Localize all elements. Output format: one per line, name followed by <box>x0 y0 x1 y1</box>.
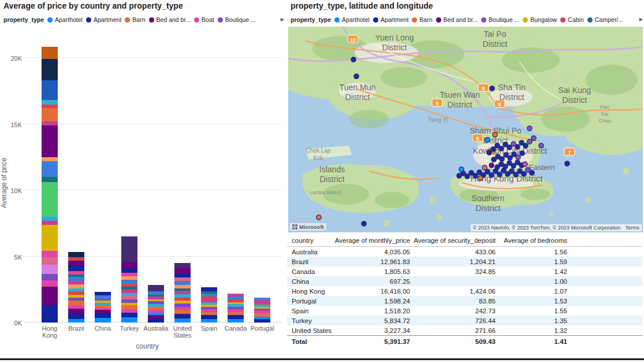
bar-segment[interactable] <box>42 221 58 225</box>
bar-segment[interactable] <box>42 225 58 251</box>
bar-segment[interactable] <box>42 80 58 100</box>
bar-segment[interactable] <box>42 182 58 217</box>
map-point[interactable] <box>503 164 508 169</box>
map-point[interactable] <box>507 145 512 150</box>
map-point[interactable] <box>511 164 516 168</box>
map-point[interactable] <box>465 174 470 179</box>
map-point[interactable] <box>500 157 504 161</box>
legend-overflow-arrow-icon[interactable]: ▶ <box>281 17 284 22</box>
map-point[interactable] <box>527 139 532 144</box>
bar-segment[interactable] <box>121 262 137 268</box>
bar-segment[interactable] <box>254 319 270 323</box>
map-point[interactable] <box>317 215 321 220</box>
map-point[interactable] <box>565 161 569 166</box>
legend-item-apartment[interactable]: Apartment <box>86 16 121 23</box>
bar-segment[interactable] <box>68 319 84 323</box>
legend-item-bed-and-br[interactable]: Bed and br... <box>436 16 478 23</box>
bar-segment[interactable] <box>42 161 58 177</box>
bar-segment[interactable] <box>68 284 84 288</box>
legend-item-cabin[interactable]: Cabin <box>560 16 583 23</box>
bar-hong-kong[interactable] <box>42 47 58 323</box>
bar-china[interactable] <box>95 292 111 323</box>
bar-portugal[interactable] <box>254 298 270 323</box>
table-row-brazil[interactable]: Brazil12,961.831,204.211.59 <box>287 257 642 266</box>
bar-segment[interactable] <box>42 47 58 60</box>
bar-segment[interactable] <box>42 100 58 105</box>
bar-segment[interactable] <box>68 261 84 265</box>
bar-segment[interactable] <box>42 59 58 80</box>
bar-canada[interactable] <box>228 294 244 323</box>
map-point[interactable] <box>362 221 366 226</box>
bar-segment[interactable] <box>42 125 58 157</box>
map-point[interactable] <box>508 155 512 160</box>
bar-segment[interactable] <box>121 305 137 309</box>
terms-link[interactable]: Terms <box>626 225 640 231</box>
bar-segment[interactable] <box>174 281 191 285</box>
table-row-australia[interactable]: Australia4,035.05433.061.56 <box>287 247 642 257</box>
bar-segment[interactable] <box>42 157 58 161</box>
bar-segment[interactable] <box>42 257 58 265</box>
bar-segment[interactable] <box>121 317 137 323</box>
legend-item-barn[interactable]: Barn <box>125 16 145 23</box>
table-row-turkey[interactable]: Turkey5,834.72726.441.35 <box>287 316 642 325</box>
legend-item-camper[interactable]: Camper/... <box>587 16 623 23</box>
bar-segment[interactable] <box>68 313 84 319</box>
bar-segment[interactable] <box>42 265 58 274</box>
map-canvas[interactable]: 10988517 Yuen LongDistrictTai PoDistrict… <box>288 27 643 232</box>
map-point[interactable] <box>539 143 544 148</box>
column-header-average-of-monthly-price[interactable]: Average of monthly_price <box>332 234 412 247</box>
bar-segment[interactable] <box>95 318 111 323</box>
map-point[interactable] <box>489 173 494 177</box>
map-point[interactable] <box>490 86 494 91</box>
legend-item-bed-and-br[interactable]: Bed and br... <box>149 16 191 23</box>
legend-overflow-arrow-icon[interactable]: ▶ <box>639 17 643 22</box>
bar-segment[interactable] <box>42 280 58 287</box>
bar-segment[interactable] <box>201 287 217 291</box>
bar-segment[interactable] <box>42 305 58 323</box>
bar-segment[interactable] <box>174 318 191 323</box>
bar-segment[interactable] <box>148 318 164 323</box>
bar-segment[interactable] <box>201 319 217 323</box>
hong-kong-map[interactable]: 10988517 Yuen LongDistrictTai PoDistrict… <box>288 27 643 232</box>
bar-segment[interactable] <box>42 274 58 280</box>
table-row-hong-kong[interactable]: Hong Kong16,416.001,424.061.07 <box>287 286 642 296</box>
map-point[interactable] <box>499 146 504 151</box>
legend-item-bungalow[interactable]: Bungalow <box>523 16 557 23</box>
map-point[interactable] <box>520 151 524 155</box>
legend-item-boutique[interactable]: Boutique ... <box>481 16 519 23</box>
map-point[interactable] <box>516 155 520 160</box>
bar-segment[interactable] <box>121 268 137 273</box>
bar-segment[interactable] <box>42 121 58 125</box>
bar-segment[interactable] <box>121 313 137 317</box>
bar-segment[interactable] <box>121 236 137 262</box>
map-point[interactable] <box>523 143 528 148</box>
table-row-canada[interactable]: Canada1,805.63324.851.42 <box>287 266 642 276</box>
bar-segment[interactable] <box>228 319 244 323</box>
bar-segment[interactable] <box>42 287 58 305</box>
bar-segment[interactable] <box>42 108 58 121</box>
map-point[interactable] <box>482 165 487 170</box>
map-point[interactable] <box>523 162 527 166</box>
bar-spain[interactable] <box>201 287 217 323</box>
legend-item-aparthotel[interactable]: Aparthotel <box>47 16 83 23</box>
bar-segment[interactable] <box>121 280 137 284</box>
map-point[interactable] <box>487 150 492 155</box>
bar-turkey[interactable] <box>121 236 137 323</box>
bar-segment[interactable] <box>174 314 191 318</box>
bar-segment[interactable] <box>201 315 217 319</box>
map-point[interactable] <box>515 145 520 149</box>
bar-segment[interactable] <box>68 277 84 281</box>
bar-segment[interactable] <box>174 310 191 314</box>
map-point[interactable] <box>497 172 502 177</box>
bar-segment[interactable] <box>228 315 244 319</box>
map-point[interactable] <box>522 172 526 176</box>
column-header-average-of-security-deposit[interactable]: Average of security_deposit <box>412 234 497 247</box>
map-point[interactable] <box>351 57 356 62</box>
map-point[interactable] <box>489 163 494 168</box>
map-point[interactable] <box>485 138 490 142</box>
map-point[interactable] <box>478 176 483 180</box>
map-point[interactable] <box>527 126 532 131</box>
legend-item-barn[interactable]: Barn <box>412 16 432 23</box>
table-row-united-states[interactable]: United States3,227.34271.661.32 <box>287 325 642 336</box>
bar-segment[interactable] <box>68 309 84 313</box>
